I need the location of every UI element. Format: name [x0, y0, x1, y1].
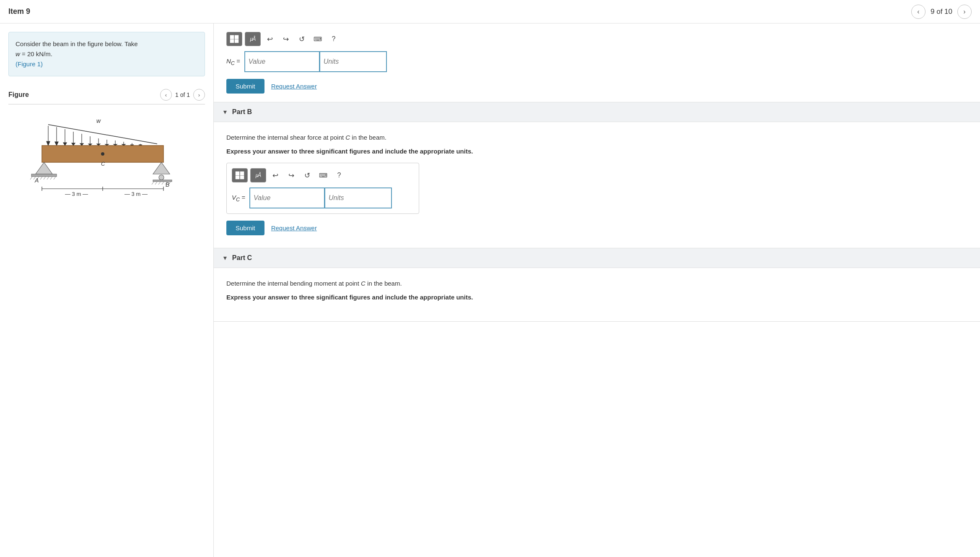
problem-text-2: w = 20 kN/m.: [16, 50, 52, 57]
part-c-emphasis: Express your answer to three significant…: [226, 293, 967, 302]
value-input-a[interactable]: [244, 51, 320, 72]
units-input-a[interactable]: [320, 51, 387, 72]
next-button[interactable]: ›: [957, 5, 972, 19]
figure-prev-button[interactable]: ‹: [160, 89, 172, 101]
input-row-a: NC =: [226, 51, 967, 72]
svg-line-24: [48, 125, 157, 144]
figure-header: Figure ‹ 1 of 1 ›: [8, 89, 205, 104]
value-input-b[interactable]: [249, 187, 325, 208]
refresh-button-a[interactable]: ↺: [295, 32, 309, 46]
dim-3m-left: — 3 m —: [65, 191, 88, 197]
problem-statement: Consider the beam in the figure below. T…: [8, 32, 205, 76]
action-row-b: Submit Request Answer: [226, 221, 967, 235]
figure-title: Figure: [8, 91, 29, 99]
matrix-button-b[interactable]: [232, 168, 248, 182]
part-b-body: Determine the internal shear force at po…: [226, 129, 967, 235]
problem-text-1: Consider the beam in the figure below. T…: [16, 40, 138, 47]
toolbar-a: μÅ ↩ ↪ ↺ ⌨ ?: [226, 32, 967, 46]
undo-button-a[interactable]: ↩: [263, 32, 277, 46]
keyboard-button-b[interactable]: ⌨: [316, 169, 330, 182]
prev-button[interactable]: ‹: [911, 5, 926, 19]
matrix-button-a[interactable]: [226, 32, 242, 46]
roller-b: [159, 175, 164, 180]
part-c-header: ▼ Part C: [214, 248, 980, 268]
nav-controls: ‹ 9 of 10 ›: [911, 5, 972, 19]
figure-link[interactable]: (Figure 1): [16, 60, 43, 68]
w-label: w: [96, 117, 101, 124]
request-answer-link-b[interactable]: Request Answer: [271, 224, 317, 232]
svg-rect-45: [235, 35, 239, 39]
mu-button-b[interactable]: μÅ: [250, 168, 266, 182]
toolbar-b: μÅ ↩ ↪ ↺ ⌨ ?: [232, 168, 414, 182]
svg-line-33: [54, 177, 56, 180]
svg-rect-48: [236, 172, 239, 175]
part-c-chevron[interactable]: ▼: [222, 255, 228, 261]
label-c: C: [101, 161, 105, 167]
svg-rect-44: [230, 35, 234, 39]
part-c-body: Determine the internal bending moment at…: [226, 275, 967, 302]
support-b: [153, 162, 170, 174]
svg-line-29: [40, 177, 42, 180]
beam-svg: w: [19, 115, 195, 208]
svg-marker-5: [63, 143, 67, 146]
part-c-question: Determine the internal bending moment at…: [226, 279, 967, 289]
input-row-b: VC =: [232, 187, 414, 208]
left-panel: Consider the beam in the figure below. T…: [0, 23, 214, 557]
svg-marker-7: [72, 143, 75, 146]
svg-rect-47: [235, 39, 239, 43]
figure-nav: ‹ 1 of 1 ›: [160, 89, 205, 101]
undo-button-b[interactable]: ↩: [269, 169, 282, 182]
part-b-question: Determine the internal shear force at po…: [226, 133, 967, 143]
figure-section: Figure ‹ 1 of 1 › w: [8, 89, 205, 212]
svg-line-35: [152, 182, 154, 185]
units-input-b[interactable]: [325, 187, 392, 208]
item-title: Item 9: [8, 7, 30, 16]
submit-button-a[interactable]: Submit: [226, 79, 264, 94]
action-row-a: Submit Request Answer: [226, 79, 967, 94]
part-b-header: ▼ Part B: [214, 102, 980, 122]
nav-counter: 9 of 10: [931, 8, 952, 16]
part-b-section: ▼ Part B Determine the internal shear fo…: [214, 102, 980, 248]
point-c-dot: [101, 152, 104, 156]
redo-button-a[interactable]: ↪: [279, 32, 293, 46]
svg-line-37: [158, 182, 161, 185]
main-layout: Consider the beam in the figure below. T…: [0, 23, 980, 557]
input-label-a: NC =: [226, 57, 240, 66]
part-b-chevron[interactable]: ▼: [222, 109, 228, 115]
part-b-label: Part B: [232, 108, 252, 116]
submit-button-b[interactable]: Submit: [226, 221, 264, 235]
svg-line-36: [155, 182, 157, 185]
figure-counter: 1 of 1: [175, 91, 190, 98]
svg-marker-1: [47, 141, 50, 146]
part-c-label: Part C: [232, 254, 252, 262]
label-a: A: [34, 177, 39, 184]
svg-rect-50: [236, 176, 239, 179]
right-panel: μÅ ↩ ↪ ↺ ⌨ ? NC = Submit Request Answer: [214, 23, 980, 557]
svg-rect-25: [31, 174, 57, 177]
mu-button-a[interactable]: μÅ: [245, 32, 261, 46]
svg-rect-46: [230, 39, 234, 43]
beam-diagram: w: [8, 111, 205, 212]
label-b: B: [166, 181, 169, 188]
svg-line-32: [50, 177, 52, 180]
svg-line-26: [30, 177, 32, 180]
svg-marker-3: [55, 142, 58, 146]
svg-line-38: [162, 182, 164, 185]
part-b-emphasis: Express your answer to three significant…: [226, 147, 967, 156]
support-a: [36, 162, 52, 174]
help-button-a[interactable]: ?: [327, 32, 340, 46]
refresh-button-b[interactable]: ↺: [301, 169, 314, 182]
part-a-answer-area: μÅ ↩ ↪ ↺ ⌨ ? NC = Submit Request Answer: [214, 23, 980, 102]
svg-line-30: [44, 177, 46, 180]
input-label-b: VC =: [232, 194, 245, 203]
figure-next-button[interactable]: ›: [193, 89, 205, 101]
keyboard-button-a[interactable]: ⌨: [311, 32, 324, 46]
part-c-section: ▼ Part C Determine the internal bending …: [214, 248, 980, 322]
answer-box-b: μÅ ↩ ↪ ↺ ⌨ ? VC =: [226, 163, 419, 214]
svg-rect-49: [240, 172, 244, 175]
svg-rect-51: [240, 176, 244, 179]
help-button-b[interactable]: ?: [332, 169, 346, 182]
svg-line-31: [47, 177, 49, 180]
request-answer-link-a[interactable]: Request Answer: [271, 83, 317, 90]
redo-button-b[interactable]: ↪: [285, 169, 298, 182]
